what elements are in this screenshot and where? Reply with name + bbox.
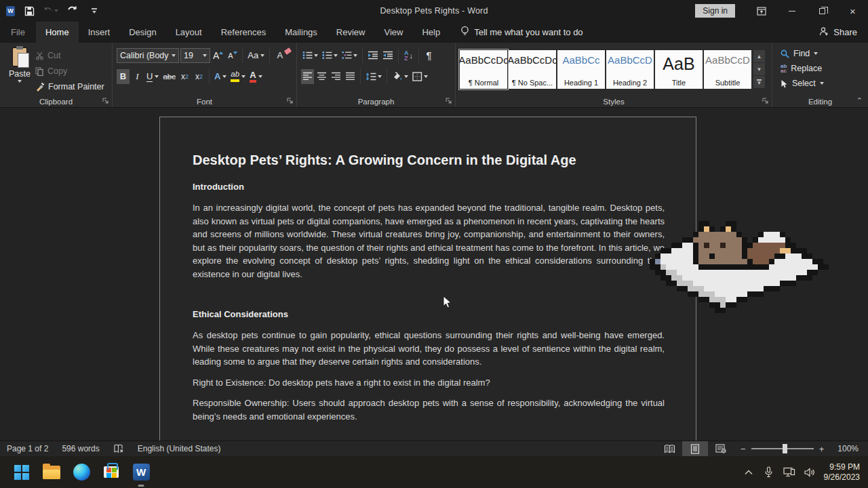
customize-quick-access-button[interactable] bbox=[87, 3, 102, 18]
taskbar-clock[interactable]: 9:59 PM 9/26/2023 bbox=[820, 462, 868, 483]
redo-button[interactable] bbox=[65, 3, 80, 18]
copy-button[interactable]: Copy bbox=[35, 64, 104, 78]
print-layout-button[interactable] bbox=[682, 441, 708, 456]
font-size-combo[interactable]: 19 bbox=[180, 48, 210, 63]
styles-dialog-launcher[interactable] bbox=[762, 98, 769, 104]
clipboard-dialog-launcher[interactable] bbox=[102, 98, 109, 104]
tray-microphone-button[interactable] bbox=[759, 458, 779, 487]
italic-button[interactable]: I bbox=[131, 69, 144, 84]
find-button[interactable]: Find bbox=[781, 46, 865, 61]
edge-browser-button[interactable] bbox=[66, 458, 96, 487]
align-right-button[interactable] bbox=[330, 69, 342, 84]
text-highlight-button[interactable]: ab bbox=[229, 69, 247, 84]
decrease-indent-button[interactable] bbox=[366, 48, 380, 63]
style-normal[interactable]: AaBbCcDc ¶ Normal bbox=[460, 50, 507, 89]
collapse-ribbon-button[interactable]: ⌃ bbox=[856, 96, 863, 105]
restore-button[interactable] bbox=[807, 0, 837, 22]
align-right-icon bbox=[331, 72, 341, 81]
grow-font-button[interactable]: A bbox=[212, 48, 224, 63]
read-mode-button[interactable] bbox=[656, 441, 682, 456]
bullets-button[interactable] bbox=[301, 48, 319, 63]
undo-button[interactable] bbox=[43, 3, 58, 18]
zoom-slider-thumb[interactable] bbox=[783, 444, 787, 453]
tab-review[interactable]: Review bbox=[327, 22, 375, 43]
subscript-button[interactable]: x2 bbox=[178, 69, 191, 84]
select-button[interactable]: Select bbox=[781, 76, 865, 91]
align-left-button[interactable] bbox=[301, 69, 314, 84]
justify-icon bbox=[345, 72, 355, 81]
tab-help[interactable]: Help bbox=[412, 22, 450, 43]
clear-formatting-button[interactable]: A bbox=[273, 48, 286, 63]
strikethrough-button[interactable]: abc bbox=[161, 69, 177, 84]
increase-indent-button[interactable] bbox=[381, 48, 395, 63]
bold-button[interactable]: B bbox=[117, 69, 130, 84]
proofing-status-button[interactable] bbox=[106, 441, 131, 456]
style-heading-1[interactable]: AaBbCc Heading 1 bbox=[557, 50, 605, 89]
shading-button[interactable] bbox=[391, 69, 410, 84]
tray-chevron-up-button[interactable] bbox=[738, 458, 759, 487]
superscript-button[interactable]: x2 bbox=[193, 69, 205, 84]
zoom-in-button[interactable]: + bbox=[819, 444, 825, 454]
font-name-combo[interactable]: Calibri (Body bbox=[117, 48, 179, 63]
text-effects-button[interactable]: A bbox=[213, 69, 228, 84]
styles-scroll-down-button[interactable]: ▼ bbox=[753, 63, 765, 75]
tab-insert[interactable]: Insert bbox=[79, 22, 120, 43]
speaker-icon bbox=[804, 468, 815, 477]
paste-clipboard-icon bbox=[12, 47, 27, 66]
web-layout-button[interactable] bbox=[708, 441, 734, 456]
word-taskbar-button[interactable]: W bbox=[126, 458, 156, 487]
paste-dropdown-arrow[interactable] bbox=[18, 80, 22, 83]
document-page[interactable]: Desktop Pets’ Rights: A Growing Concern … bbox=[159, 117, 696, 441]
justify-button[interactable] bbox=[344, 69, 357, 84]
paragraph-dialog-launcher[interactable] bbox=[446, 98, 452, 104]
tab-layout[interactable]: Layout bbox=[166, 22, 212, 43]
tab-home[interactable]: Home bbox=[36, 22, 79, 43]
font-dialog-launcher[interactable] bbox=[287, 98, 294, 104]
tab-file[interactable]: File bbox=[0, 22, 36, 43]
file-explorer-button[interactable] bbox=[37, 458, 66, 487]
sign-in-button[interactable]: Sign in bbox=[695, 4, 735, 18]
style-heading-2[interactable]: AaBbCcD Heading 2 bbox=[606, 50, 654, 89]
show-formatting-marks-button[interactable]: ¶ bbox=[422, 48, 435, 63]
replace-button[interactable]: abac Replace bbox=[781, 61, 865, 76]
tell-me-box[interactable]: Tell me what you want to do bbox=[460, 22, 583, 43]
style-title[interactable]: AaB Title bbox=[655, 50, 703, 89]
cut-button[interactable]: Cut bbox=[35, 49, 104, 62]
style-subtitle[interactable]: AaBbCcD Subtitle bbox=[704, 50, 751, 89]
shrink-font-button[interactable]: A bbox=[226, 48, 239, 63]
close-button[interactable]: × bbox=[837, 0, 868, 22]
tab-view[interactable]: View bbox=[374, 22, 412, 43]
page-indicator[interactable]: Page 1 of 2 bbox=[0, 441, 55, 456]
tab-design[interactable]: Design bbox=[119, 22, 165, 43]
tab-mailings[interactable]: Mailings bbox=[275, 22, 327, 43]
tab-references[interactable]: References bbox=[212, 22, 275, 43]
sort-button[interactable]: AZ ↓ bbox=[402, 48, 415, 63]
tray-network-button[interactable] bbox=[779, 458, 800, 487]
zoom-out-button[interactable]: − bbox=[741, 444, 746, 454]
multilevel-list-button[interactable] bbox=[340, 48, 359, 63]
save-button[interactable] bbox=[22, 3, 37, 18]
pixel-cat-on-pillow[interactable] bbox=[650, 221, 829, 313]
font-color-button[interactable]: A bbox=[248, 69, 263, 84]
zoom-slider[interactable] bbox=[751, 448, 814, 449]
paste-button[interactable]: Paste bbox=[4, 46, 35, 94]
zoom-level[interactable]: 100% bbox=[831, 441, 868, 456]
style-no-spacing[interactable]: AaBbCcDc ¶ No Spac... bbox=[509, 50, 556, 89]
styles-gallery-more-button[interactable]: ▼ bbox=[753, 76, 765, 88]
styles-scroll-up-button[interactable]: ▲ bbox=[753, 50, 765, 62]
format-painter-button[interactable]: Format Painter bbox=[35, 80, 104, 94]
word-count[interactable]: 596 words bbox=[55, 441, 106, 456]
tray-volume-button[interactable] bbox=[800, 458, 820, 487]
minimize-button[interactable] bbox=[776, 0, 807, 22]
ribbon-display-options-button[interactable] bbox=[746, 0, 776, 22]
align-center-button[interactable] bbox=[315, 69, 328, 84]
share-button[interactable]: Share bbox=[819, 22, 868, 43]
microsoft-store-button[interactable] bbox=[96, 458, 126, 487]
numbering-button[interactable] bbox=[321, 48, 339, 63]
start-button[interactable] bbox=[7, 458, 37, 487]
language-indicator[interactable]: English (United States) bbox=[131, 441, 228, 456]
underline-button[interactable]: U bbox=[145, 69, 160, 84]
line-spacing-button[interactable] bbox=[364, 69, 383, 84]
borders-button[interactable] bbox=[411, 69, 429, 84]
change-case-button[interactable]: Aa bbox=[246, 48, 266, 63]
